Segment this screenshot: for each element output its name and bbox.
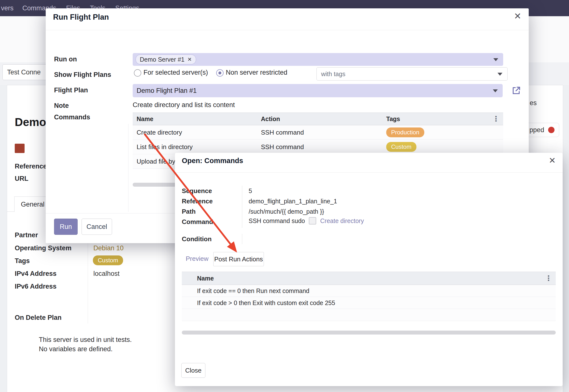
flight-plan-value: Demo Flight Plan #1 [137, 87, 197, 95]
ipv4-label: IPv4 Address [15, 270, 57, 278]
label-field-divider [128, 124, 128, 212]
plan-description: Create directory and list its content [133, 101, 235, 109]
radio-for-selected-servers-label[interactable]: For selected server(s) [143, 69, 208, 76]
condition-label: Condition [182, 235, 212, 243]
tab-post-run-actions[interactable]: Post Run Actions [213, 252, 264, 266]
create-directory-checkbox[interactable] [309, 217, 316, 224]
color-swatch[interactable] [15, 144, 25, 153]
modal-header-divider [175, 172, 563, 173]
ipv6-label: IPv6 Address [15, 283, 57, 290]
on-delete-plan-label: On Delete Plan [15, 314, 62, 322]
reference-label: Reference [15, 163, 47, 170]
nav-item-servers[interactable]: vers [0, 4, 17, 12]
close-icon[interactable]: ✕ [514, 12, 521, 21]
table-row[interactable]: Create directory SSH command Production [133, 125, 503, 140]
table-row[interactable]: List files in directory SSH command Cust… [133, 140, 503, 154]
table-header-row: Name Action Tags ⋮ [133, 112, 503, 125]
external-link-icon[interactable] [511, 85, 521, 96]
server-title: Demo [15, 115, 46, 129]
chevron-down-icon[interactable] [493, 89, 498, 92]
col-header-tags: Tags [386, 115, 503, 123]
post-run-actions-table: Name ⋮ If exit code == 0 then Run next c… [182, 272, 556, 321]
row-name: Create directory [133, 129, 261, 136]
chevron-down-icon[interactable] [493, 58, 498, 61]
run-modal-title: Run Flight Plan [53, 13, 109, 22]
command-value: SSH command sudo [249, 217, 305, 224]
label-value-divider [242, 186, 242, 228]
close-button[interactable]: Close [181, 363, 205, 378]
command-value-row: SSH command sudo Create directory [249, 217, 364, 224]
with-tags-select[interactable]: with tags [316, 67, 508, 81]
table-options-icon[interactable]: ⋮ [545, 275, 552, 282]
run-on-input[interactable]: Demo Server #1 ✕ [133, 53, 503, 66]
operating-system-value[interactable]: Debian 10 [93, 244, 124, 252]
row-action: SSH command [261, 129, 386, 136]
table-row-empty [182, 309, 556, 321]
table-options-icon[interactable]: ⋮ [492, 115, 500, 123]
tab-preview[interactable]: Preview [186, 255, 208, 263]
show-flight-plans-label: Show Flight Plans [54, 71, 111, 79]
reference-label: Reference [182, 197, 213, 205]
commands-modal-title: Open: Commands [182, 157, 243, 165]
label-value-divider [242, 234, 242, 244]
run-on-label: Run on [54, 56, 77, 63]
tags-badge-custom[interactable]: Custom [93, 255, 123, 265]
sequence-value: 5 [249, 187, 252, 195]
radio-non-server-restricted[interactable] [216, 69, 224, 77]
right-text-fragment: es [530, 99, 537, 107]
no-variables-note: No variables are defined. [39, 345, 113, 353]
sequence-label: Sequence [182, 187, 212, 195]
unit-tests-note: This server is used in unit tests. [39, 336, 132, 344]
ipv4-value: localhost [93, 270, 120, 278]
url-label: URL [15, 175, 28, 182]
path-label: Path [182, 208, 196, 215]
radio-non-server-restricted-label[interactable]: Non server restricted [226, 69, 287, 76]
radio-for-selected-servers[interactable] [134, 69, 141, 77]
tags-label: Tags [15, 257, 30, 265]
status-badge-label: pped [529, 126, 544, 134]
operating-system-label: Operating System [15, 244, 71, 252]
table-row[interactable]: If exit code > 0 then Exit with custom e… [182, 297, 556, 309]
close-icon[interactable]: ✕ [549, 156, 556, 165]
flight-plan-label: Flight Plan [54, 86, 88, 94]
status-badge: pped [525, 123, 559, 137]
tag-badge-custom: Custom [386, 142, 416, 152]
run-button[interactable]: Run [54, 219, 78, 235]
cancel-button[interactable]: Cancel [82, 219, 112, 235]
path-value: /such/much/{{ demo_path }} [249, 208, 324, 215]
commands-label: Commands [54, 113, 90, 121]
note-label: Note [54, 102, 69, 110]
table-row[interactable]: If exit code == 0 then Run next command [182, 285, 556, 297]
table-header-row: Name ⋮ [182, 272, 556, 285]
chevron-down-icon[interactable] [498, 73, 502, 76]
chip-remove-icon[interactable]: ✕ [187, 56, 192, 62]
server-chip[interactable]: Demo Server #1 ✕ [136, 55, 196, 64]
server-chip-label: Demo Server #1 [140, 56, 185, 63]
tag-badge-production: Production [386, 127, 424, 137]
horizontal-scrollbar[interactable] [182, 331, 556, 335]
col-header-name: Name [133, 115, 261, 123]
flight-plan-select[interactable]: Demo Flight Plan #1 [133, 84, 503, 97]
open-commands-modal: Open: Commands ✕ Sequence Reference Path… [175, 153, 563, 386]
command-label: Command [182, 218, 213, 226]
col-header-name: Name [182, 275, 214, 282]
with-tags-placeholder: with tags [321, 70, 345, 78]
create-directory-link[interactable]: Create directory [320, 217, 364, 224]
col-header-action: Action [261, 115, 386, 123]
row-name: List files in directory [133, 143, 261, 151]
partner-label: Partner [15, 231, 38, 239]
reference-value: demo_flight_plan_1_plan_line_1 [249, 198, 337, 205]
form-column-divider [88, 230, 88, 323]
row-action: SSH command [261, 143, 386, 151]
status-dot-red-icon [548, 127, 555, 133]
modal-header-divider [46, 30, 529, 30]
